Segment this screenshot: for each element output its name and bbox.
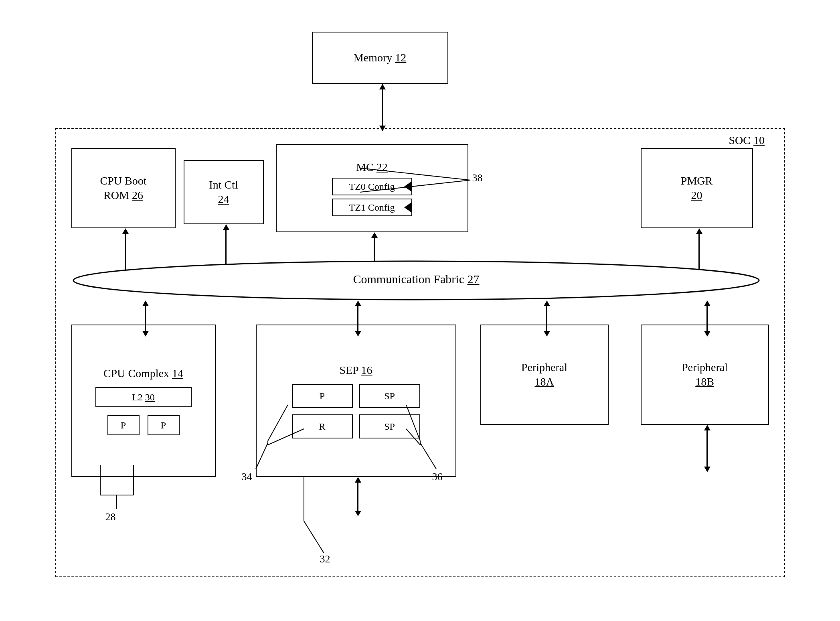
sep-label: SEP 16 xyxy=(339,363,372,377)
ref36-label: 36 xyxy=(432,471,443,483)
sep-p-box: P xyxy=(292,384,353,408)
arrow-line xyxy=(546,306,547,331)
l2-box: L2 30 xyxy=(95,387,192,407)
arrow-line xyxy=(706,430,708,467)
tz1-notch xyxy=(404,202,412,213)
mc-label: MC 22 xyxy=(356,160,388,175)
arrowhead-up xyxy=(355,300,361,306)
ref28-label: 28 xyxy=(105,511,116,523)
cpu-complex-box: CPU Complex 14 L2 30 P P xyxy=(71,325,216,477)
arrowhead-up xyxy=(544,300,550,306)
int-ctl-box: Int Ctl24 xyxy=(184,160,264,224)
arrowhead-up xyxy=(371,232,378,238)
arrowhead-down xyxy=(704,331,710,337)
architecture-diagram: Memory 12 SOC 10 MC 22 TZ0 Config TZ1 Co… xyxy=(39,20,801,601)
arrow-line xyxy=(382,89,383,126)
arrow-peripheral-a xyxy=(544,300,550,337)
sep-box: SEP 16 P SP R SP xyxy=(256,325,456,477)
comm-fabric-ellipse: Communication Fabric 27 xyxy=(71,260,761,300)
peripheral-b-box: Peripheral18B xyxy=(641,325,769,425)
peripheral-a-box: Peripheral18A xyxy=(480,325,609,425)
pmgr-label: PMGR20 xyxy=(681,174,712,203)
arrow-sep-bottom xyxy=(355,477,361,516)
arrowhead-up xyxy=(704,425,710,430)
int-ctl-label: Int Ctl24 xyxy=(209,178,238,207)
arrow-peripheral-b xyxy=(704,300,710,337)
arrow-sep xyxy=(355,300,361,337)
cpu-p2-box: P xyxy=(148,415,180,435)
arrowhead-up xyxy=(122,228,129,234)
ref34-label: 34 xyxy=(242,471,252,483)
tz0-notch xyxy=(404,181,412,192)
arrowhead-down xyxy=(544,331,550,337)
cpu-boot-rom-label: CPU BootROM 26 xyxy=(100,174,147,203)
arrowhead-down xyxy=(142,331,149,337)
tz0-box: TZ0 Config xyxy=(332,178,412,195)
memory-box: Memory 12 xyxy=(312,32,448,84)
peripheral-b-label: Peripheral18B xyxy=(682,360,728,390)
tz1-box: TZ1 Config xyxy=(332,199,412,216)
arrow-peripheral-b-bottom xyxy=(704,425,710,472)
arrowhead-up xyxy=(142,300,149,306)
arrow-memory-mc xyxy=(379,84,386,131)
cpu-complex-label: CPU Complex 14 xyxy=(103,366,183,381)
arrowhead-down xyxy=(704,467,710,472)
soc-label: SOC 10 xyxy=(729,134,765,147)
arrowhead-up xyxy=(223,224,229,230)
ref38-label: 38 xyxy=(472,172,483,184)
peripheral-a-label: Peripheral18A xyxy=(521,360,567,390)
sep-sp1-box: SP xyxy=(359,384,420,408)
sep-r-box: R xyxy=(292,414,353,438)
arrowhead-up xyxy=(379,84,386,89)
arrowhead-up xyxy=(704,300,710,306)
arrowhead-down xyxy=(355,331,361,337)
arrow-line xyxy=(357,306,358,331)
sep-sp2-box: SP xyxy=(359,414,420,438)
svg-text:Communication Fabric 27: Communication Fabric 27 xyxy=(353,272,479,286)
arrow-line xyxy=(706,306,708,331)
arrowhead-down xyxy=(355,511,361,516)
arrow-line xyxy=(357,483,358,511)
mc-box: MC 22 TZ0 Config TZ1 Config xyxy=(276,144,468,232)
cpu-p1-box: P xyxy=(107,415,140,435)
arrow-line xyxy=(145,306,146,331)
memory-label: Memory 12 xyxy=(354,51,406,65)
arrowhead-up xyxy=(696,228,702,234)
cpu-boot-rom-box: CPU BootROM 26 xyxy=(71,148,176,228)
ref32-label: 32 xyxy=(320,553,330,565)
pmgr-box: PMGR20 xyxy=(641,148,753,228)
arrow-cpu-complex xyxy=(142,300,149,337)
arrowhead-up xyxy=(355,477,361,483)
